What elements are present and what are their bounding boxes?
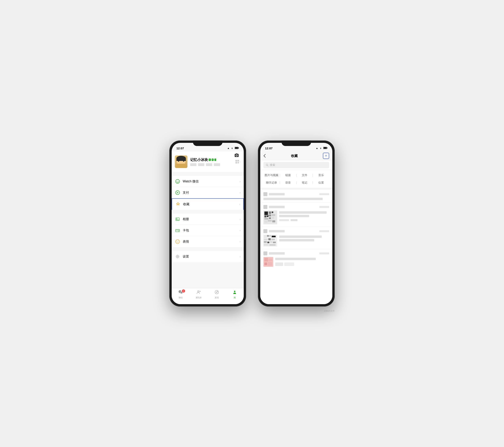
menu-item-pay[interactable]: 支付 › bbox=[172, 187, 244, 198]
menu-label-emoji: 表情 bbox=[183, 240, 240, 244]
left-phone-screen: 12:07 ▲ bbox=[172, 143, 244, 304]
svg-rect-9 bbox=[236, 162, 236, 163]
svg-point-25 bbox=[177, 256, 178, 257]
svg-rect-59 bbox=[264, 241, 267, 243]
search-input-container[interactable]: 搜索 bbox=[263, 162, 329, 168]
menu-item-favorites[interactable]: 收藏 › bbox=[172, 198, 244, 210]
text-line-2b bbox=[279, 215, 309, 217]
profile-header[interactable]: 记忆小冰块 s k r bbox=[172, 152, 244, 172]
filter-links[interactable]: 链接 bbox=[280, 173, 296, 178]
tab-wechat[interactable]: 2 微信 bbox=[172, 290, 190, 300]
svg-point-15 bbox=[176, 179, 180, 183]
svg-rect-47 bbox=[272, 217, 274, 219]
time-left: 12:07 bbox=[176, 147, 184, 150]
menu-item-watch[interactable]: Watch 微信 › bbox=[172, 176, 244, 187]
svg-point-29 bbox=[216, 292, 217, 292]
signal-icon-left: ▲ bbox=[227, 147, 230, 150]
filter-voice[interactable]: 语音 bbox=[280, 180, 296, 185]
wechat-badge: 2 bbox=[182, 289, 185, 292]
meta-block-4 bbox=[214, 163, 220, 166]
svg-rect-42 bbox=[272, 211, 273, 213]
svg-rect-7 bbox=[238, 161, 238, 161]
svg-rect-33 bbox=[324, 147, 327, 149]
content-time-2 bbox=[319, 206, 329, 208]
name-tag-k: k bbox=[212, 159, 214, 161]
search-icon bbox=[266, 164, 269, 166]
filter-images-videos[interactable]: 图片与视频 bbox=[263, 173, 280, 178]
menu-label-wallet: 卡包 bbox=[183, 228, 240, 233]
content-name-2 bbox=[269, 206, 285, 208]
menu-item-settings[interactable]: 设置 › bbox=[172, 251, 244, 262]
content-thumb-3 bbox=[263, 235, 277, 246]
content-text-2 bbox=[279, 210, 329, 221]
menu-label-album: 相册 bbox=[183, 217, 240, 221]
list-item[interactable] bbox=[260, 190, 332, 203]
svg-rect-39 bbox=[264, 215, 266, 217]
svg-rect-55 bbox=[272, 236, 276, 237]
signal-icon-right: ▲ bbox=[316, 147, 318, 150]
svg-rect-49 bbox=[268, 220, 272, 222]
watermark: 易数的文件 bbox=[324, 309, 335, 312]
pay-icon bbox=[175, 190, 180, 195]
watch-icon bbox=[175, 179, 180, 184]
svg-point-22 bbox=[176, 240, 180, 243]
svg-rect-5 bbox=[236, 161, 236, 161]
tab-discover[interactable]: 发现 bbox=[208, 290, 226, 300]
content-time-4 bbox=[319, 252, 329, 254]
tab-label-wechat: 微信 bbox=[179, 296, 183, 299]
svg-rect-34 bbox=[327, 148, 327, 149]
gap-1 bbox=[172, 172, 244, 174]
menu-section-3: 设置 › bbox=[172, 251, 244, 262]
menu-item-wallet[interactable]: 卡包 › bbox=[172, 225, 244, 236]
menu-item-emoji[interactable]: 表情 › bbox=[172, 236, 244, 247]
profile-qr[interactable]: › bbox=[235, 160, 241, 163]
svg-rect-13 bbox=[238, 163, 239, 163]
list-item[interactable] bbox=[260, 249, 332, 269]
svg-point-26 bbox=[198, 291, 199, 292]
menu-item-album[interactable]: 相册 › bbox=[172, 214, 244, 225]
tab-contacts[interactable]: 通讯录 bbox=[190, 290, 208, 300]
svg-rect-50 bbox=[272, 220, 275, 222]
tab-label-contacts: 通讯录 bbox=[196, 296, 202, 299]
favorites-screen-content: 收藏 + 搜索 bbox=[260, 152, 332, 304]
svg-rect-53 bbox=[267, 235, 269, 237]
text-line-4a bbox=[275, 258, 316, 260]
list-item[interactable] bbox=[260, 227, 332, 249]
filter-music[interactable]: 音乐 bbox=[313, 173, 329, 178]
favorites-icon bbox=[175, 202, 181, 207]
svg-rect-52 bbox=[264, 235, 267, 238]
filter-notes[interactable]: 笔记 bbox=[296, 180, 313, 185]
filter-location[interactable]: 位置 bbox=[313, 180, 329, 185]
svg-rect-64 bbox=[269, 244, 276, 246]
add-button[interactable]: + bbox=[323, 153, 329, 159]
svg-rect-10 bbox=[238, 162, 238, 162]
list-item[interactable] bbox=[260, 203, 332, 227]
menu-arrow-album: › bbox=[240, 218, 241, 221]
menu-label-pay: 支付 bbox=[183, 191, 240, 195]
text-line-3b bbox=[279, 239, 314, 241]
filter-files[interactable]: 文件 bbox=[296, 173, 313, 178]
menu-section-2: 相册 › 卡包 › bbox=[172, 214, 244, 247]
svg-rect-48 bbox=[264, 220, 267, 223]
text-line-3a bbox=[279, 236, 322, 238]
svg-point-19 bbox=[176, 218, 177, 219]
filter-row-2: 聊天记录 语音 笔记 位置 bbox=[263, 179, 329, 186]
content-avatar-2 bbox=[263, 205, 267, 209]
tab-label-discover: 发现 bbox=[215, 296, 219, 299]
content-body-3 bbox=[263, 235, 329, 246]
menu-label-watch: Watch 微信 bbox=[183, 179, 240, 184]
svg-rect-2 bbox=[235, 147, 238, 149]
back-button[interactable] bbox=[263, 154, 266, 158]
svg-rect-3 bbox=[238, 148, 239, 149]
text-line-2d bbox=[290, 219, 297, 221]
content-avatar-4 bbox=[263, 251, 267, 255]
battery-icon-right bbox=[323, 146, 328, 150]
camera-button[interactable] bbox=[234, 153, 239, 158]
svg-rect-57 bbox=[268, 238, 271, 240]
content-time-3 bbox=[319, 230, 329, 232]
album-icon bbox=[175, 216, 180, 222]
text-line-2c-row bbox=[279, 219, 329, 221]
tab-me[interactable]: 我 bbox=[226, 290, 244, 300]
text-line-1 bbox=[263, 198, 323, 200]
filter-chat-logs[interactable]: 聊天记录 bbox=[263, 180, 280, 185]
